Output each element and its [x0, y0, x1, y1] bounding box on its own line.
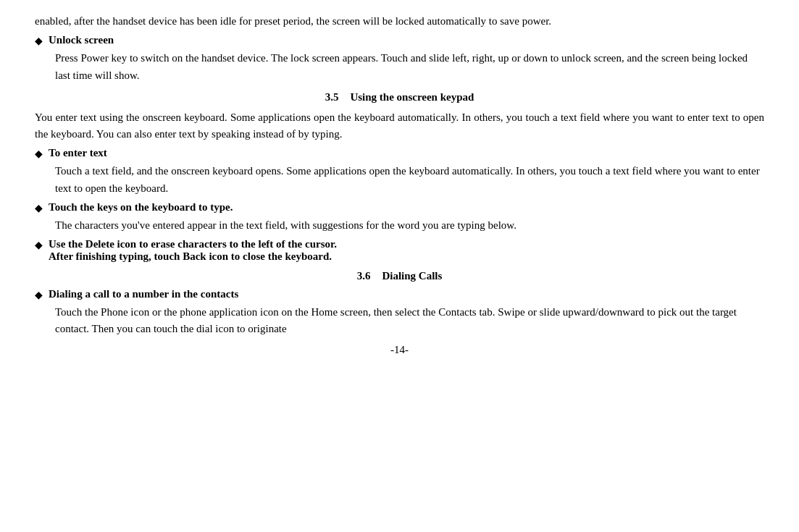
intro-paragraph: enabled, after the handset device has be… — [35, 13, 764, 30]
section-35-number: 3.5 — [325, 91, 339, 103]
back-icon-line: After finishing typing, touch Back icon … — [49, 250, 337, 263]
dialing-title: Dialing a call to a number in the contac… — [49, 288, 238, 300]
section-36-number: 3.6 — [357, 270, 371, 282]
unlock-screen-body: Press Power key to switch on the handset… — [55, 50, 764, 84]
enter-text-body: Touch a text field, and the onscreen key… — [55, 163, 764, 197]
diamond-icon-3: ◆ — [35, 202, 43, 214]
diamond-icon-2: ◆ — [35, 148, 43, 160]
page-number: -14- — [35, 344, 764, 356]
bullet-delete-back: ◆ Use the Delete icon to erase character… — [35, 238, 764, 263]
page-container: enabled, after the handset device has be… — [0, 0, 799, 532]
unlock-screen-title: Unlock screen — [49, 34, 114, 46]
delete-icon-line: Use the Delete icon to erase characters … — [49, 238, 337, 250]
diamond-icon-1: ◆ — [35, 35, 43, 47]
section-36-title: Dialing Calls — [382, 270, 442, 282]
touch-keys-title: Touch the keys on the keyboard to type. — [49, 201, 233, 214]
section-35-title: Using the onscreen keypad — [350, 91, 474, 103]
diamond-icon-4: ◆ — [35, 239, 43, 251]
bullet-enter-text: ◆ To enter text Touch a text field, and … — [35, 147, 764, 197]
bullet-item-delete: ◆ Use the Delete icon to erase character… — [35, 238, 764, 263]
touch-keys-body: The characters you've entered appear in … — [55, 217, 764, 234]
bullet-item-unlock: ◆ Unlock screen — [35, 34, 764, 47]
section-35-heading: 3.5Using the onscreen keypad — [35, 91, 764, 104]
section-36-heading: 3.6Dialing Calls — [35, 270, 764, 282]
bullet-unlock-screen: ◆ Unlock screen Press Power key to switc… — [35, 34, 764, 84]
dialing-body: Touch the Phone icon or the phone applic… — [55, 304, 764, 338]
enter-text-title: To enter text — [49, 147, 107, 159]
bullet-item-dialing: ◆ Dialing a call to a number in the cont… — [35, 288, 764, 301]
section-35-intro: You enter text using the onscreen keyboa… — [35, 109, 764, 143]
bullet-touch-keys: ◆ Touch the keys on the keyboard to type… — [35, 201, 764, 234]
bullet-item-enter-text: ◆ To enter text — [35, 147, 764, 160]
bullet-item-touch-keys: ◆ Touch the keys on the keyboard to type… — [35, 201, 764, 214]
bullet-dialing-contacts: ◆ Dialing a call to a number in the cont… — [35, 288, 764, 338]
diamond-icon-5: ◆ — [35, 289, 43, 301]
